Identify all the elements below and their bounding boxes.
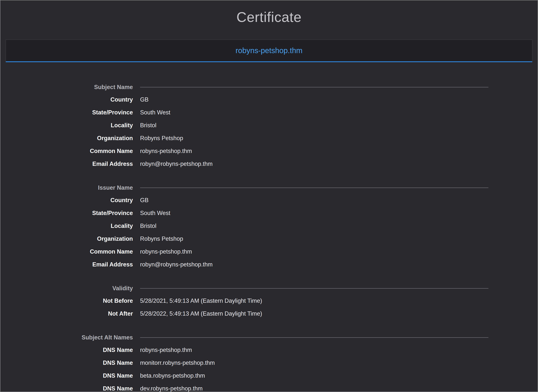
field-label: Country — [0, 194, 133, 207]
field-value: robyn@robyns-petshop.thm — [140, 258, 488, 271]
field-label: State/Province — [0, 106, 133, 119]
field-label: Locality — [0, 119, 133, 132]
field-row: Not After5/28/2022, 5:49:13 AM (Eastern … — [0, 307, 488, 320]
field-value: Bristol — [140, 219, 488, 232]
section-title: Subject Name — [0, 84, 133, 91]
section-divider — [140, 188, 488, 188]
field-label: DNS Name — [0, 369, 133, 382]
field-row: OrganizationRobyns Petshop — [0, 232, 488, 245]
field-value: monitorr.robyns-petshop.thm — [140, 356, 488, 369]
section-header: Subject Name — [0, 81, 488, 93]
field-row: OrganizationRobyns Petshop — [0, 132, 488, 145]
field-row: LocalityBristol — [0, 119, 488, 132]
field-label: State/Province — [0, 207, 133, 219]
field-label: DNS Name — [0, 382, 133, 392]
field-row: State/ProvinceSouth West — [0, 106, 488, 119]
page-title: Certificate — [0, 9, 538, 25]
section-title: Issuer Name — [0, 184, 133, 191]
section-header: Subject Alt Names — [0, 331, 488, 344]
field-row: Not Before5/28/2021, 5:49:13 AM (Eastern… — [0, 294, 488, 307]
field-label: Not Before — [0, 294, 133, 307]
field-value: GB — [140, 194, 488, 207]
field-row: LocalityBristol — [0, 219, 488, 232]
field-label: Country — [0, 93, 133, 106]
section-title: Validity — [0, 285, 133, 292]
certificate-page: Certificate robyns-petshop.thm Subject N… — [0, 9, 538, 392]
certificate-tab[interactable]: robyns-petshop.thm — [6, 40, 532, 62]
field-value: robyn@robyns-petshop.thm — [140, 158, 488, 170]
section-divider — [140, 337, 488, 338]
field-row: CountryGB — [0, 93, 488, 106]
section-validity: ValidityNot Before5/28/2021, 5:49:13 AM … — [0, 282, 488, 320]
field-value: South West — [140, 207, 488, 219]
field-value: beta.robyns-petshop.thm — [140, 369, 488, 382]
section-subject-name: Subject NameCountryGBState/ProvinceSouth… — [0, 81, 488, 170]
field-label: Common Name — [0, 245, 133, 258]
section-divider — [140, 288, 488, 289]
certificate-details: Subject NameCountryGBState/ProvinceSouth… — [0, 81, 488, 392]
field-label: Organization — [0, 132, 133, 145]
field-value: Robyns Petshop — [140, 232, 488, 245]
field-value: South West — [140, 106, 488, 119]
field-value: robyns-petshop.thm — [140, 145, 488, 158]
field-label: Not After — [0, 307, 133, 320]
field-label: Common Name — [0, 145, 133, 158]
field-value: dev.robyns-petshop.thm — [140, 382, 488, 392]
field-value: Robyns Petshop — [140, 132, 488, 145]
section-title: Subject Alt Names — [0, 334, 133, 341]
field-row: CountryGB — [0, 194, 488, 207]
field-label: Locality — [0, 219, 133, 232]
field-row: DNS Namebeta.robyns-petshop.thm — [0, 369, 488, 382]
field-label: Organization — [0, 232, 133, 245]
field-value: 5/28/2021, 5:49:13 AM (Eastern Daylight … — [140, 294, 488, 307]
certificate-tab-label: robyns-petshop.thm — [235, 46, 303, 55]
section-header: Issuer Name — [0, 182, 488, 194]
field-value: Bristol — [140, 119, 488, 132]
field-row: State/ProvinceSouth West — [0, 207, 488, 219]
field-row: Email Addressrobyn@robyns-petshop.thm — [0, 158, 488, 170]
field-row: DNS Namedev.robyns-petshop.thm — [0, 382, 488, 392]
field-value: robyns-petshop.thm — [140, 344, 488, 356]
section-divider — [140, 87, 488, 87]
field-label: DNS Name — [0, 344, 133, 356]
field-label: Email Address — [0, 158, 133, 170]
field-label: DNS Name — [0, 356, 133, 369]
field-row: Email Addressrobyn@robyns-petshop.thm — [0, 258, 488, 271]
field-value: GB — [140, 93, 488, 106]
field-row: DNS Namemonitorr.robyns-petshop.thm — [0, 356, 488, 369]
field-value: robyns-petshop.thm — [140, 245, 488, 258]
field-label: Email Address — [0, 258, 133, 271]
section-issuer-name: Issuer NameCountryGBState/ProvinceSouth … — [0, 182, 488, 271]
field-row: DNS Namerobyns-petshop.thm — [0, 344, 488, 356]
section-subject-alt-names: Subject Alt NamesDNS Namerobyns-petshop.… — [0, 331, 488, 392]
field-row: Common Namerobyns-petshop.thm — [0, 145, 488, 158]
field-value: 5/28/2022, 5:49:13 AM (Eastern Daylight … — [140, 307, 488, 320]
field-row: Common Namerobyns-petshop.thm — [0, 245, 488, 258]
section-header: Validity — [0, 282, 488, 294]
